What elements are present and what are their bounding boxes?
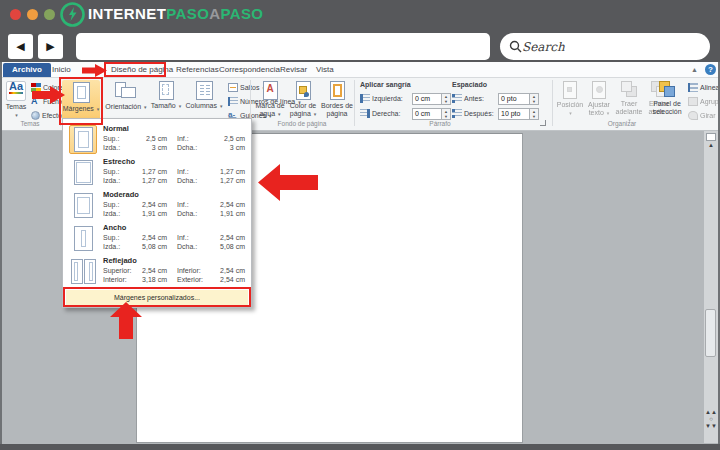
espaciado-antes-icon xyxy=(452,94,462,103)
marca-de-agua-icon: A xyxy=(263,81,278,100)
tamano-button[interactable]: Tamaño xyxy=(148,81,184,110)
espaciado-despues-icon xyxy=(452,109,462,118)
margenes-button[interactable]: Márgenes xyxy=(62,82,100,113)
traer-adelante-icon xyxy=(621,81,638,98)
close-window-icon[interactable] xyxy=(10,9,21,20)
aplicar-sangria-header: Aplicar sangría xyxy=(360,81,411,88)
ajustar-texto-button[interactable]: Ajustar texto xyxy=(585,81,613,117)
margin-option-estrecho[interactable]: Estrecho Sup.:1,27 cmInf.:1,27 cm Izda.:… xyxy=(67,156,249,189)
numeros-de-linea-icon xyxy=(228,97,238,106)
maximize-window-icon[interactable] xyxy=(44,9,55,20)
margenes-dropdown-menu: Normal Sup.:2,5 cmInf.:2,5 cm Izda.:3 cm… xyxy=(62,118,252,308)
ajustar-texto-icon xyxy=(592,81,606,99)
back-icon: ◀ xyxy=(16,40,24,52)
efectos-icon xyxy=(31,111,40,120)
sangria-derecha-stepper[interactable]: ▲▼ xyxy=(442,108,451,120)
sangria-izquierda-input[interactable]: 0 cm xyxy=(412,93,442,105)
fondo-group-label: Fondo de página xyxy=(252,120,352,127)
espaciado-antes-field: Antes: 0 pto ▲▼ xyxy=(452,92,539,105)
help-button[interactable]: ? xyxy=(705,64,716,75)
panel-de-seleccion-main-button[interactable]: Panel de selección xyxy=(647,81,687,116)
espaciado-despues-field: Después: 10 pto ▲▼ xyxy=(452,107,539,120)
browse-next-icon[interactable]: ▼▼ xyxy=(704,423,718,430)
orientacion-button[interactable]: Orientación xyxy=(104,81,148,111)
brand-logo-icon xyxy=(60,2,85,27)
temas-icon: Aa xyxy=(6,81,26,101)
parrafo-group-label: Párrafo xyxy=(380,120,500,127)
margin-estrecho-icon xyxy=(69,158,97,187)
bordes-de-pagina-button[interactable]: Bordes de página xyxy=(320,81,354,118)
margenes-personalizados-item[interactable]: Márgenes personalizados... xyxy=(66,290,248,305)
agrupar-button[interactable]: Agrupar xyxy=(688,96,720,107)
alinear-button[interactable]: Alinear xyxy=(688,82,720,93)
sangria-derecha-input[interactable]: 0 cm xyxy=(412,108,442,120)
espaciado-antes-stepper[interactable]: ▲▼ xyxy=(530,93,539,105)
panel-de-seleccion-icon xyxy=(659,81,676,98)
browse-previous-icon[interactable]: ▲▲ xyxy=(704,409,718,416)
espaciado-despues-input[interactable]: 10 pto xyxy=(498,108,530,120)
brand-word-4: PASO xyxy=(220,5,263,22)
brand-logo: INTERNETPASOAPASO xyxy=(88,5,263,22)
bordes-de-pagina-icon xyxy=(330,81,345,100)
parrafo-dialog-launcher-icon[interactable] xyxy=(540,120,546,126)
fuentes-icon: A xyxy=(31,97,41,106)
orientacion-icon xyxy=(115,81,137,101)
forward-button[interactable]: ▶ xyxy=(38,34,63,59)
temas-group-label: Temas xyxy=(0,120,60,127)
tab-diseno-de-pagina[interactable]: Diseño de página xyxy=(107,63,177,77)
traer-adelante-button[interactable]: Traer adelante xyxy=(614,81,644,124)
help-icon: ? xyxy=(708,65,713,74)
columnas-icon xyxy=(196,81,213,100)
minimize-ribbon-icon[interactable]: ▲ xyxy=(691,66,698,73)
margin-moderado-icon xyxy=(69,191,97,220)
girar-icon xyxy=(688,111,698,120)
espaciado-despues-stepper[interactable]: ▲▼ xyxy=(530,108,539,120)
sangria-izquierda-icon xyxy=(360,94,370,103)
alinear-icon xyxy=(688,83,698,92)
back-button[interactable]: ◀ xyxy=(8,34,33,59)
sangria-izquierda-field: Izquierda: 0 cm ▲▼ xyxy=(360,92,451,105)
scrollbar-thumb[interactable] xyxy=(705,309,716,357)
scroll-up-icon[interactable]: ▲ xyxy=(704,142,718,149)
tab-revisar[interactable]: Revisar xyxy=(276,63,311,77)
agrupar-icon xyxy=(688,97,698,106)
address-bar-input[interactable] xyxy=(76,33,490,60)
brand-word-3: A xyxy=(209,5,220,22)
tab-vista[interactable]: Vista xyxy=(312,63,338,77)
margin-option-ancho[interactable]: Ancho Sup.:2,54 cmInf.:2,54 cm Izda.:5,0… xyxy=(67,222,249,255)
tab-archivo[interactable]: Archivo xyxy=(3,63,51,77)
brand-word-2: PASO xyxy=(166,5,209,22)
minimize-window-icon[interactable] xyxy=(27,9,38,20)
window-left-edge xyxy=(0,62,2,450)
posicion-button[interactable]: Posición xyxy=(556,81,584,117)
color-de-pagina-button[interactable]: Color de página xyxy=(287,81,319,118)
browse-object-icon[interactable]: ○ xyxy=(704,416,718,423)
colores-icon xyxy=(31,83,41,92)
organizar-group-label: Organizar xyxy=(556,120,688,127)
app-window: INTERNETPASOAPASO ◀ ▶ Archivo Inicio Dis… xyxy=(0,0,720,450)
search-box[interactable] xyxy=(500,33,710,60)
columnas-button[interactable]: Columnas xyxy=(184,81,224,110)
forward-icon: ▶ xyxy=(46,40,54,52)
posicion-icon xyxy=(563,81,577,99)
search-icon xyxy=(509,40,522,53)
marca-de-agua-button[interactable]: A Marca de agua xyxy=(254,81,286,118)
search-input[interactable] xyxy=(522,40,672,54)
margin-option-reflejado[interactable]: Reflejado Superior:2,54 cmInferior:2,54 … xyxy=(67,255,249,288)
margin-option-moderado[interactable]: Moderado Sup.:2,54 cmInf.:2,54 cm Izda.:… xyxy=(67,189,249,222)
tab-inicio[interactable]: Inicio xyxy=(48,63,75,77)
temas-button[interactable]: Aa Temas xyxy=(3,81,29,119)
tab-correspondencia[interactable]: Correspondencia xyxy=(215,63,284,77)
espaciado-antes-input[interactable]: 0 pto xyxy=(498,93,530,105)
sangria-izquierda-stepper[interactable]: ▲▼ xyxy=(442,93,451,105)
window-bottom-edge xyxy=(0,444,720,450)
vertical-scrollbar[interactable]: ▲ ▲▲ ○ ▼▼ xyxy=(704,131,718,443)
girar-button[interactable]: Girar xyxy=(688,110,720,121)
saltos-icon xyxy=(228,83,238,92)
margenes-icon xyxy=(73,82,90,103)
sangria-derecha-field: Derecha: 0 cm ▲▼ xyxy=(360,107,451,120)
color-de-pagina-icon xyxy=(296,81,311,100)
margin-option-normal[interactable]: Normal Sup.:2,5 cmInf.:2,5 cm Izda.:3 cm… xyxy=(67,123,249,156)
ruler-toggle-icon[interactable] xyxy=(706,133,716,141)
margin-reflejado-icon xyxy=(69,257,97,286)
